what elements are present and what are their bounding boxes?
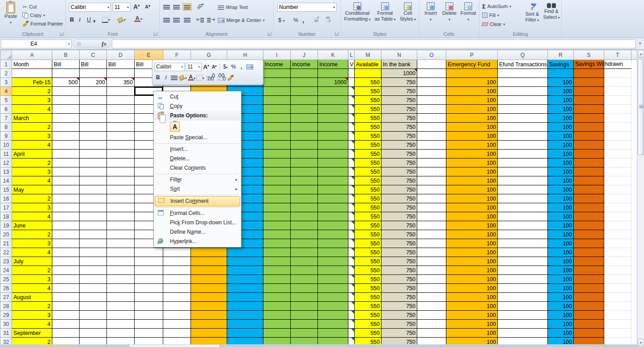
cell-R8[interactable]: 100 xyxy=(548,123,574,132)
cell-I12[interactable] xyxy=(263,159,291,167)
cell-T16[interactable] xyxy=(604,194,631,203)
cell-N21[interactable]: 750 xyxy=(381,239,417,248)
cell-T23[interactable] xyxy=(604,257,631,266)
cell-R7[interactable]: 100 xyxy=(548,114,574,123)
cell-R4[interactable]: 100 xyxy=(548,87,574,96)
cell-S5[interactable] xyxy=(574,96,604,105)
cell-P26[interactable]: 100 xyxy=(446,284,498,293)
cell-P15[interactable]: 100 xyxy=(446,185,498,194)
cell-N1[interactable]: In the bank xyxy=(381,60,417,69)
cell-C2[interactable] xyxy=(80,69,107,78)
menu-item-delete[interactable]: Delete... xyxy=(155,154,240,163)
cell-G24[interactable] xyxy=(191,266,227,275)
formula-input[interactable] xyxy=(112,39,636,48)
cell-B18[interactable] xyxy=(52,212,80,221)
cell-A16[interactable]: 2 xyxy=(12,194,52,203)
cell-P6[interactable]: 100 xyxy=(446,105,498,114)
cell-N29[interactable]: 750 xyxy=(381,311,417,320)
cell-K2[interactable] xyxy=(318,69,348,78)
cell-Q2[interactable] xyxy=(498,69,548,78)
mini-borders-button[interactable]: ▾ xyxy=(196,74,204,81)
cell-M6[interactable]: 550 xyxy=(355,105,381,114)
cell-R11[interactable]: 100 xyxy=(548,150,574,159)
cell-K22[interactable] xyxy=(318,248,348,257)
cell-M16[interactable]: 550 xyxy=(355,194,381,203)
cell-J11[interactable] xyxy=(291,150,318,159)
cell-Q18[interactable] xyxy=(498,212,548,221)
col-header-H[interactable]: H xyxy=(227,50,263,60)
cell-N25[interactable]: 750 xyxy=(381,275,417,284)
cell-D16[interactable] xyxy=(107,194,135,203)
cell-O1[interactable] xyxy=(417,60,446,69)
col-header-A[interactable]: A xyxy=(12,50,52,60)
cell-O28[interactable] xyxy=(417,302,446,311)
cell-H30[interactable] xyxy=(227,320,263,329)
cell-K15[interactable] xyxy=(318,185,348,194)
cell-J1[interactable]: Income xyxy=(291,60,318,69)
mini-italic-button[interactable]: I xyxy=(162,74,169,81)
cell-F23[interactable] xyxy=(163,257,191,266)
cell-B13[interactable] xyxy=(52,167,80,176)
cell-P21[interactable]: 100 xyxy=(446,239,498,248)
cell-J2[interactable] xyxy=(291,69,318,78)
cell-B23[interactable] xyxy=(52,257,80,266)
cell-M7[interactable]: 550 xyxy=(355,114,381,123)
row-header-19[interactable]: 19 xyxy=(0,221,12,230)
cell-M11[interactable]: 550 xyxy=(355,150,381,159)
col-header-S[interactable]: S xyxy=(574,50,604,60)
cell-R3[interactable]: 100 xyxy=(548,78,574,87)
row-header-3[interactable]: 3 xyxy=(0,78,12,87)
cell-N17[interactable]: 750 xyxy=(381,203,417,212)
cell-J18[interactable] xyxy=(291,212,318,221)
cell-P16[interactable]: 100 xyxy=(446,194,498,203)
col-header-B[interactable]: B xyxy=(52,50,80,60)
col-header-I[interactable]: I xyxy=(263,50,291,60)
sort-filter-button[interactable]: AZ Sort & Filter ▾ xyxy=(522,2,542,23)
cell-B21[interactable] xyxy=(52,239,80,248)
mini-merge-center-button[interactable]: ↔a xyxy=(246,64,253,70)
cell-D1[interactable]: Bill xyxy=(107,60,135,69)
cell-A11[interactable]: April xyxy=(12,150,52,159)
cell-A12[interactable]: 2 xyxy=(12,159,52,167)
cell-M21[interactable]: 550 xyxy=(355,239,381,248)
cell-A4[interactable]: 2 xyxy=(12,87,52,96)
cell-J23[interactable] xyxy=(291,257,318,266)
cell-K27[interactable] xyxy=(318,293,348,302)
cell-I1[interactable]: Income xyxy=(263,60,291,69)
row-header-20[interactable]: 20 xyxy=(0,230,12,239)
col-header-T[interactable]: T xyxy=(604,50,631,60)
cell-K11[interactable] xyxy=(318,150,348,159)
cell-L17[interactable] xyxy=(348,203,355,212)
mini-increase-decimal-button[interactable]: ←.0.00 xyxy=(205,74,215,81)
cell-I16[interactable] xyxy=(263,194,291,203)
row-header-5[interactable]: 5 xyxy=(0,96,12,105)
cell-E30[interactable] xyxy=(135,320,163,329)
sheet-tab[interactable] xyxy=(39,345,74,347)
cell-J20[interactable] xyxy=(291,230,318,239)
cell-C12[interactable] xyxy=(80,159,107,167)
cell-M3[interactable]: 550 xyxy=(355,78,381,87)
cell-P13[interactable]: 100 xyxy=(446,167,498,176)
cell-S20[interactable] xyxy=(574,230,604,239)
cell-N14[interactable]: 750 xyxy=(381,176,417,185)
cell-C20[interactable] xyxy=(80,230,107,239)
cell-J12[interactable] xyxy=(291,159,318,167)
cell-I19[interactable] xyxy=(263,221,291,230)
row-header-10[interactable]: 10 xyxy=(0,141,12,150)
cell-E23[interactable] xyxy=(135,257,163,266)
cell-I15[interactable] xyxy=(263,185,291,194)
cell-I2[interactable] xyxy=(263,69,291,78)
cell-D24[interactable] xyxy=(107,266,135,275)
cell-A10[interactable]: 4 xyxy=(12,141,52,150)
cell-J9[interactable] xyxy=(291,132,318,141)
cell-N6[interactable]: 750 xyxy=(381,105,417,114)
cell-L24[interactable] xyxy=(348,266,355,275)
cell-D17[interactable] xyxy=(107,203,135,212)
cell-D19[interactable] xyxy=(107,221,135,230)
cell-Q16[interactable] xyxy=(498,194,548,203)
cell-A27[interactable]: August xyxy=(12,293,52,302)
cell-A15[interactable]: May xyxy=(12,185,52,194)
cell-B14[interactable] xyxy=(52,176,80,185)
cell-E27[interactable] xyxy=(135,293,163,302)
cell-D27[interactable] xyxy=(107,293,135,302)
